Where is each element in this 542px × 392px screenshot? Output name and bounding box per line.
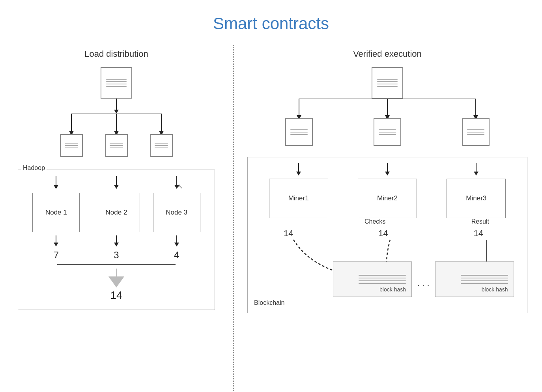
arrow-val-1	[54, 235, 58, 246]
left-panel-title: Load distribution	[84, 49, 148, 59]
divider	[233, 45, 234, 392]
sum-line	[57, 264, 176, 265]
block-hash-1: block hash	[333, 261, 412, 297]
final-total: 14	[26, 289, 207, 302]
cursor-icon: ↖	[178, 183, 183, 190]
blockchain-box: Miner1 Miner2 Miner3 Checks Result	[247, 157, 527, 313]
miner-box-1: Miner1	[269, 179, 328, 218]
miner-box-2: Miner2	[358, 179, 417, 218]
node-row: Node 1 Node 2 Node 3	[26, 193, 207, 232]
arrow-to-node2	[114, 176, 119, 189]
arrow-to-node1	[54, 176, 58, 189]
child-doc-right-1	[285, 118, 313, 146]
miner-box-3: Miner3	[447, 179, 506, 218]
root-doc-right	[372, 67, 403, 99]
page-title: Smart contracts	[0, 0, 542, 33]
arrow-val-2	[114, 235, 119, 246]
right-panel-title: Verified execution	[353, 49, 422, 59]
arrow-to-miner1	[296, 163, 301, 175]
root-arrow-left	[114, 99, 119, 114]
arrow-to-miner3	[474, 163, 478, 175]
result-val-3: 4	[153, 250, 200, 261]
right-panel: Verified execution	[233, 45, 542, 392]
node-box-2: Node 2	[93, 193, 140, 232]
block-hash-separator: · · ·	[414, 280, 433, 290]
hadoop-box: Hadoop ↖	[18, 170, 215, 310]
child-doc-left-3	[150, 134, 173, 157]
sum-arrow	[108, 269, 124, 287]
child-doc-right-2	[374, 118, 401, 146]
left-panel: Load distribution	[0, 45, 233, 392]
arrow-to-node3: ↖	[174, 176, 179, 189]
arrow-to-miner2	[385, 163, 390, 175]
blockchain-label: Blockchain	[254, 299, 521, 306]
block-hash-2: block hash	[435, 261, 514, 297]
root-doc-left	[101, 67, 132, 99]
block-hash-label-1: block hash	[379, 286, 406, 293]
hadoop-label: Hadoop	[21, 164, 47, 172]
arrow-val-3	[174, 235, 179, 246]
node-box-1: Node 1	[32, 193, 80, 232]
child-doc-left-1	[60, 134, 83, 157]
node-box-3: Node 3	[153, 193, 200, 232]
result-val-1: 7	[32, 250, 80, 261]
block-hash-label-2: block hash	[482, 286, 508, 293]
child-doc-right-3	[462, 118, 490, 146]
result-row: 7 3 4	[26, 250, 207, 261]
result-val-2: 3	[93, 250, 140, 261]
miner-row: Miner1 Miner2 Miner3	[254, 179, 521, 218]
child-doc-left-2	[105, 134, 128, 157]
